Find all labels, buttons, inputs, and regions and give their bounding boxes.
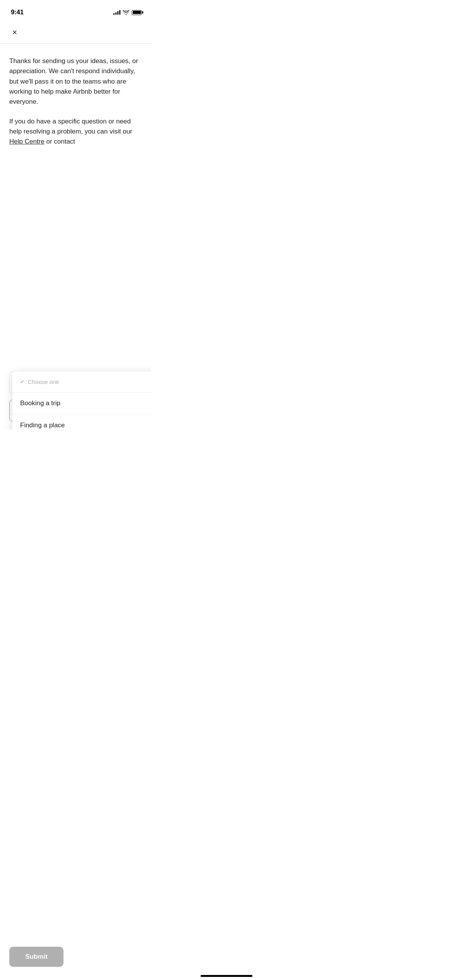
- close-icon: ×: [12, 28, 17, 37]
- main-content: Thanks for sending us your ideas, issues…: [0, 44, 151, 430]
- signal-icon: [113, 10, 120, 15]
- close-button[interactable]: ×: [8, 26, 22, 39]
- status-icons: [113, 10, 142, 15]
- dropdown-menu: ✓ Choose one Booking a trip Finding a pl…: [12, 372, 151, 430]
- question-text-end: or contact: [45, 138, 75, 145]
- status-time: 9:41: [11, 9, 24, 16]
- question-paragraph: If you do have a specific question or ne…: [9, 117, 142, 147]
- topic-dropdown-area: ✓ Choose one Booking a trip Finding a pl…: [9, 372, 142, 422]
- help-centre-link[interactable]: Help Centre: [9, 138, 45, 145]
- placeholder-label: Choose one: [28, 379, 59, 385]
- intro-paragraph: Thanks for sending us your ideas, issues…: [9, 56, 142, 107]
- dropdown-option-booking[interactable]: Booking a trip: [12, 392, 151, 415]
- dropdown-option-placeholder[interactable]: ✓ Choose one: [12, 372, 151, 392]
- status-bar: 9:41: [0, 0, 151, 19]
- battery-icon: [132, 10, 142, 15]
- check-icon: ✓: [20, 379, 25, 385]
- header-nav: ×: [0, 19, 151, 43]
- dropdown-option-finding[interactable]: Finding a place: [12, 415, 151, 430]
- question-text-start: If you do have a specific question or ne…: [9, 118, 132, 135]
- wifi-icon: [123, 10, 129, 15]
